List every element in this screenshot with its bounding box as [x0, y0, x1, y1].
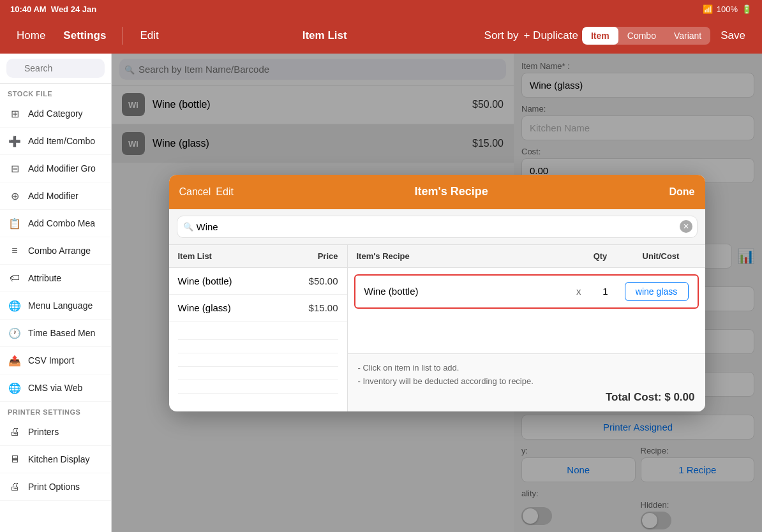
sort-by-button[interactable]: Sort by — [484, 29, 519, 42]
stock-file-label: STOCK FILE — [0, 84, 111, 100]
sidebar-item-label: Add Combo Mea — [28, 218, 95, 228]
modal-cancel-button[interactable]: Cancel — [179, 186, 211, 198]
sidebar-search-section — [0, 54, 111, 84]
display-icon: 🖥 — [8, 452, 22, 466]
nav-divider — [123, 27, 123, 45]
modal-separator — [169, 321, 347, 411]
sidebar-item-label: Attribute — [28, 273, 61, 283]
sidebar-item-label: Time Based Men — [28, 328, 95, 338]
battery-label: 100% — [717, 4, 738, 14]
sidebar-item-print-options[interactable]: 🖨 Print Options — [0, 473, 111, 501]
home-button[interactable]: Home — [10, 26, 52, 46]
save-button[interactable]: Save — [714, 26, 752, 46]
modal-item-wine-glass[interactable]: Wine (glass) $15.00 — [169, 295, 347, 321]
nav-bar: Home Settings Edit Item List Sort by + D… — [0, 18, 762, 54]
modal-item-list: Item List Price Wine (bottle) $50.00 Win… — [169, 245, 348, 411]
battery-icon: 🔋 — [742, 4, 752, 14]
sidebar-item-kitchen-display[interactable]: 🖥 Kitchen Display — [0, 446, 111, 473]
sidebar-item-menu-language[interactable]: 🌐 Menu Language — [0, 292, 111, 320]
modal-col-header: Item List Price — [169, 245, 347, 268]
status-time: 10:40 AM Wed 24 Jan — [10, 4, 96, 14]
modal-search-clear-button[interactable]: ✕ — [680, 220, 692, 233]
sidebar-item-label: CSV Import — [28, 355, 74, 366]
hint-line-1: - Click on item in list to add. — [358, 362, 695, 375]
recipe-item-name: Wine (bottle) — [364, 286, 572, 297]
col-item-list: Item List — [178, 251, 287, 261]
modal-item-price: $15.00 — [287, 302, 338, 313]
sidebar-item-csv[interactable]: 📤 CSV Import — [0, 347, 111, 374]
rcol-unit: Unit/Cost — [626, 251, 696, 261]
sidebar-item-add-modifier-group[interactable]: ⊟ Add Modifier Gro — [0, 155, 111, 182]
modal-overlay: Cancel Edit Item's Recipe Done ✕ Item Li… — [112, 54, 762, 532]
duplicate-button[interactable]: + Duplicate — [523, 29, 578, 42]
modal-item-wine-bottle[interactable]: Wine (bottle) $50.00 — [169, 268, 347, 295]
book-icon: 📋 — [8, 216, 22, 230]
layers-icon: ⊟ — [8, 161, 22, 175]
upload-icon: 📤 — [8, 353, 22, 367]
sidebar-item-add-item[interactable]: ➕ Add Item/Combo — [0, 128, 111, 155]
grid-icon: ⊞ — [8, 107, 22, 121]
modal-search-input[interactable] — [177, 216, 698, 238]
status-bar: 10:40 AM Wed 24 Jan 📶 100% 🔋 — [0, 0, 762, 18]
sidebar-item-attribute[interactable]: 🏷 Attribute — [0, 265, 111, 292]
plus-circle-icon: ⊕ — [8, 189, 22, 203]
sidebar-item-cms[interactable]: 🌐 CMS via Web — [0, 374, 111, 402]
sidebar-item-add-category[interactable]: ⊞ Add Category — [0, 100, 111, 128]
sidebar-item-label: Add Modifier — [28, 191, 78, 201]
modal-edit-button[interactable]: Edit — [216, 186, 234, 198]
settings-button[interactable]: Settings — [57, 26, 112, 46]
sidebar-item-time-based[interactable]: 🕐 Time Based Men — [0, 320, 111, 347]
tab-variant[interactable]: Variant — [665, 27, 710, 45]
sidebar: STOCK FILE ⊞ Add Category ➕ Add Item/Com… — [0, 54, 112, 532]
modal-item-price: $50.00 — [287, 276, 338, 286]
rcol-qty: Qty — [575, 251, 626, 261]
sidebar-item-label: Add Modifier Gro — [28, 163, 96, 174]
recipe-modal: Cancel Edit Item's Recipe Done ✕ Item Li… — [169, 175, 705, 411]
modal-total-cost: Total Cost: $ 0.00 — [358, 391, 695, 404]
rcol-recipe-name: Item's Recipe — [357, 251, 575, 261]
modal-title: Item's Recipe — [234, 185, 669, 198]
globe-icon: 🌐 — [8, 299, 22, 313]
list-icon: ≡ — [8, 244, 22, 258]
wifi-icon: 📶 — [703, 4, 713, 14]
sidebar-item-label: Kitchen Display — [28, 454, 90, 464]
status-indicators: 📶 100% 🔋 — [703, 4, 752, 14]
edit-button[interactable]: Edit — [133, 26, 165, 46]
tab-group: Item Combo Variant — [582, 27, 710, 45]
modal-recipe-header: Item's Recipe Qty Unit/Cost — [348, 245, 705, 268]
plus-box-icon: ➕ — [8, 134, 22, 148]
modal-search-wrap: ✕ — [177, 216, 698, 238]
sidebar-item-label: Combo Arrange — [28, 246, 91, 256]
modal-footer: - Click on item in list to add. - Invent… — [348, 353, 705, 411]
modal-recipe-section: Item's Recipe Qty Unit/Cost Wine (bottle… — [348, 245, 705, 411]
recipe-row-wine-bottle: Wine (bottle) x 1 wine glass — [354, 274, 699, 309]
modal-done-button[interactable]: Done — [669, 186, 695, 198]
sidebar-item-combo-arrange[interactable]: ≡ Combo Arrange — [0, 237, 111, 265]
sidebar-item-label: CMS via Web — [28, 383, 82, 393]
printer-icon: 🖨 — [8, 425, 22, 439]
tab-item[interactable]: Item — [582, 27, 618, 45]
col-price: Price — [287, 251, 338, 261]
web-icon: 🌐 — [8, 381, 22, 395]
modal-footer-hints: - Click on item in list to add. - Invent… — [358, 362, 695, 388]
sidebar-item-add-combo[interactable]: 📋 Add Combo Mea — [0, 210, 111, 237]
sidebar-search-wrap — [6, 59, 105, 78]
sidebar-item-printers[interactable]: 🖨 Printers — [0, 418, 111, 446]
modal-item-name: Wine (glass) — [178, 302, 287, 313]
tag-icon: 🏷 — [8, 271, 22, 285]
modal-item-name: Wine (bottle) — [178, 276, 287, 286]
sidebar-item-label: Add Item/Combo — [28, 136, 95, 146]
sidebar-item-label: Add Category — [28, 108, 83, 119]
sidebar-item-label: Print Options — [28, 482, 80, 492]
modal-header: Cancel Edit Item's Recipe Done — [169, 175, 705, 209]
recipe-qty-field[interactable]: 1 — [586, 286, 625, 297]
sidebar-item-label: Menu Language — [28, 300, 93, 311]
nav-actions: + Duplicate Item Combo Variant Save — [523, 26, 752, 46]
modal-search-bar: ✕ — [169, 209, 705, 245]
clock-icon: 🕐 — [8, 326, 22, 340]
tab-combo[interactable]: Combo — [618, 27, 665, 45]
item-list-title: Item List — [170, 29, 479, 42]
sidebar-search-input[interactable] — [6, 59, 105, 78]
recipe-unit-button[interactable]: wine glass — [625, 282, 689, 301]
sidebar-item-add-modifier[interactable]: ⊕ Add Modifier — [0, 182, 111, 210]
